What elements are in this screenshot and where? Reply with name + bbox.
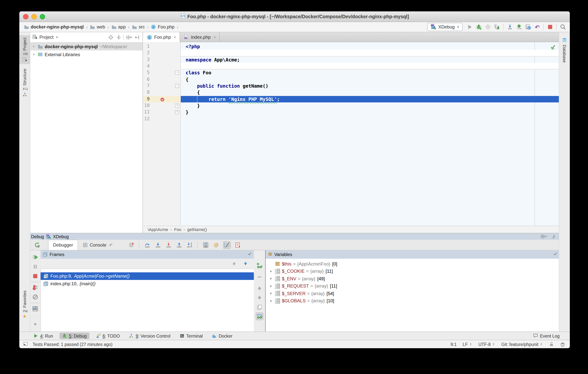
code-line-6[interactable]: 6{ [143,76,560,83]
code-line-1[interactable]: 1<?php [143,43,560,50]
gutter-line-12[interactable]: 12 [143,116,181,122]
close-tab-icon[interactable]: × [213,34,216,40]
code-line-5[interactable]: 5−class Foo [143,70,560,76]
encoding-widget[interactable]: UTF-8 [478,342,495,347]
break-at-first-line-button[interactable]: 12 [223,241,231,249]
toolwindow-button-debug[interactable]: 5: Debug [60,333,89,339]
rerun-debug-button[interactable] [32,240,43,250]
fold-close-icon[interactable]: ˄ [175,104,179,108]
run-configuration-select[interactable]: php XDebug ▼ [427,23,462,31]
inspections-ok-icon[interactable] [550,44,556,52]
editor-breadcrumb-item[interactable]: getName() [187,227,207,232]
vcs-branch-widget[interactable]: Git: feature/phpunit [501,342,543,347]
tool-stripe-button-favorites[interactable]: 2: Favorites★ [19,288,30,321]
expand-arrow-icon[interactable] [268,269,274,274]
close-tab-icon[interactable]: × [174,34,176,40]
frame-item-index-php-10-[interactable]: index.php:10, {main}() [41,280,254,287]
hide-panel-icon[interactable] [552,234,556,239]
run-button[interactable] [466,23,473,31]
move-to-editor-icon[interactable] [247,252,252,257]
copy-value-button[interactable] [256,303,263,311]
variable-row-_cookie[interactable]: 123$_COOKIE={array}[11] [266,268,560,275]
fold-close-icon[interactable]: ˄ [175,110,179,114]
search-everywhere-button[interactable] [559,23,567,31]
debug-button[interactable] [475,23,483,31]
editor-breadcrumb-item[interactable]: Foo [174,227,181,232]
close-window-button[interactable] [23,14,28,19]
breadcrumb-item-app[interactable]: app [110,24,126,30]
code-line-12[interactable]: 12 [143,116,560,122]
breadcrumb-item-web[interactable]: web [89,24,106,30]
resume-button[interactable] [32,253,39,261]
force-step-into-button[interactable] [165,241,172,249]
expand-arrow-icon[interactable] [268,299,274,303]
editor-breadcrumb-item[interactable]: \App\Acme [148,227,168,232]
gutter-line-4[interactable]: 4 [143,63,181,70]
code-line-9[interactable]: 9 return 'Nginx PHP MySQL'; [143,96,560,103]
event-log-button[interactable]: Event Log [530,332,562,340]
toolwindow-button-todo[interactable]: 6: TODO [93,333,122,339]
caret-position-widget[interactable]: 9:1 [451,342,457,347]
fold-open-icon[interactable]: − [175,71,179,75]
code-line-10[interactable]: 10˄ } [143,102,560,109]
quick-evaluate-button[interactable]: @ [212,241,220,249]
tree-item-docker-nginx-php-mysql[interactable]: docker-nginx-php-mysql ~/Workspace/ [30,43,142,50]
variable-row-this[interactable]: $this={App\Acme\Foo}[0] [266,260,560,268]
view-breakpoints-button[interactable] [234,241,241,249]
zoom-window-button[interactable] [40,14,45,19]
frame-item-foo-php-9-[interactable]: Foo.php:9, App|Acme|Foo->getName() [41,272,254,280]
view-breakpoints-button[interactable] [32,284,39,291]
toolwindow-button-docker[interactable]: Docker [209,333,235,339]
fold-open-icon[interactable]: − [175,84,179,88]
locate-button[interactable] [107,34,114,41]
editor-tab-foo-php[interactable]: cFoo.php× [143,32,180,42]
gutter-line-1[interactable]: 1 [143,43,181,50]
status-message[interactable]: Tests Passed: 1 passed (27 minutes ago) [32,342,113,347]
code-line-7[interactable]: 7− public function getName() [143,83,560,89]
debug-tab-debugger[interactable]: Debugger [48,240,78,250]
add-watch-button[interactable] [256,262,263,269]
run-with-coverage-button[interactable] [484,23,492,31]
code-line-11[interactable]: 11˄} [143,109,560,116]
step-out-button[interactable] [175,241,183,249]
breadcrumb-item-foo-php[interactable]: cFoo.php [150,24,175,30]
gutter-line-10[interactable]: 10˄ [143,102,181,109]
commit-changes-button[interactable] [515,23,523,31]
variable-row-_env[interactable]: 123$_ENV={array}[49] [266,275,560,282]
previous-frame-button[interactable] [230,260,238,267]
tool-stripe-button-database[interactable]: Database [559,35,570,65]
toolwindow-button-version-control[interactable]: 9: Version Control [126,333,173,339]
expand-arrow-icon[interactable] [268,291,274,296]
update-project-button[interactable] [506,23,514,31]
code-area[interactable]: 1<?php23namespace App\Acme;45−class Foo6… [143,42,560,226]
move-to-editor-icon[interactable] [553,252,557,257]
gutter-line-3[interactable]: 3 [143,56,181,63]
tool-stripe-button-project[interactable]: 1: Project [19,35,30,64]
toolwindow-button-terminal[interactable]: Terminal [177,333,205,339]
toolwindow-button-run[interactable]: 4: Run [31,333,56,339]
restore-layout-button[interactable] [32,305,39,313]
variable-row-_request[interactable]: 123$_REQUEST={array}[11] [266,282,560,290]
code-line-2[interactable]: 2 [143,50,560,56]
remove-watch-button[interactable] [256,273,263,281]
gutter-line-5[interactable]: 5− [143,70,181,76]
expand-arrow-icon[interactable] [268,277,274,281]
next-frame-button[interactable] [242,260,249,267]
gutter-line-7[interactable]: 7− [143,83,181,89]
run-to-cursor-button[interactable] [186,241,194,249]
stop-button[interactable] [32,272,39,280]
mute-breakpoints-button[interactable] [32,293,39,301]
stop-button[interactable] [546,23,554,31]
code-line-3[interactable]: 3namespace App\Acme; [143,56,560,63]
more-actions-button[interactable]: » [32,320,39,328]
minimize-window-button[interactable] [32,14,37,19]
evaluate-expression-button[interactable] [202,241,210,249]
variable-row-globals[interactable]: 123$GLOBALS={array}[10] [266,297,560,305]
editor-tab-index-php[interactable]: phpindex.php× [180,32,220,42]
gutter-line-9[interactable]: 9 [143,96,181,103]
gutter-line-2[interactable]: 2 [143,50,181,56]
breadcrumb-item-src[interactable]: src [131,24,146,30]
gear-button[interactable]: ▾ [126,34,132,41]
gutter-line-6[interactable]: 6 [143,76,181,83]
code-line-8[interactable]: 8 { [143,89,560,96]
